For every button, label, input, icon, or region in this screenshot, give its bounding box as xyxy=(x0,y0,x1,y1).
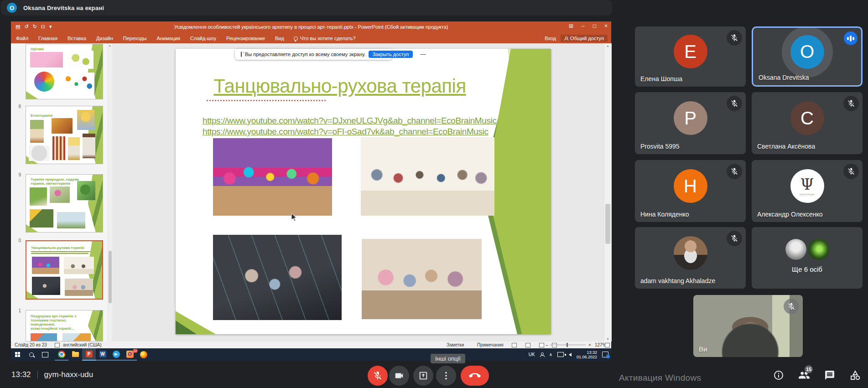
thumbnail-image xyxy=(30,187,47,206)
display-tray-icon[interactable] xyxy=(557,352,564,357)
tray-expand-icon[interactable]: ∧ xyxy=(549,352,552,357)
participants-button[interactable]: 15 xyxy=(798,369,810,381)
scroll-down-icon[interactable]: ▼ xyxy=(606,337,609,341)
sign-in-link[interactable]: Вход xyxy=(545,36,556,41)
taskbar-word[interactable]: W xyxy=(96,348,109,361)
leave-call-button[interactable] xyxy=(461,366,489,386)
keyboard-language[interactable]: UK xyxy=(529,352,535,357)
taskbar-firefox[interactable] xyxy=(137,348,151,361)
self-view-tile[interactable]: Ви xyxy=(693,295,803,357)
participant-tile[interactable]: P Prosvita 5995 xyxy=(635,92,746,154)
tab-review[interactable]: Рецензирование xyxy=(221,33,270,43)
participant-tile[interactable]: E Елена Шопша xyxy=(635,26,746,87)
scroll-up-icon[interactable]: ▲ xyxy=(606,44,609,47)
participant-name: Ви xyxy=(699,345,707,353)
people-tray-icon[interactable] xyxy=(540,352,544,357)
reading-view-icon[interactable] xyxy=(539,343,544,347)
tab-insert[interactable]: Вставка xyxy=(62,33,91,43)
taskbar-viber[interactable]: 32 xyxy=(123,348,137,361)
thumbnail-image xyxy=(68,137,80,160)
scrollbar-thumb[interactable] xyxy=(605,204,610,244)
thumbnail-image xyxy=(64,257,94,274)
participant-tile-speaking[interactable]: O Oksana Drevitska xyxy=(752,26,863,87)
taskbar-search-button[interactable] xyxy=(25,348,38,361)
psi-logo-caption: psychologist xyxy=(800,193,815,196)
participant-tile-overflow[interactable]: Ще 6 осіб xyxy=(752,227,863,289)
share-button[interactable]: Общий доступ xyxy=(561,35,608,42)
youtube-link-1[interactable]: https://www.youtube.com/watch?v=DJxneULG… xyxy=(203,116,504,126)
taskbar-powerpoint-active[interactable]: P xyxy=(82,348,96,361)
participant-tile[interactable]: adam vakhtang Akhaladze xyxy=(635,227,746,289)
tab-animations[interactable]: Анимация xyxy=(151,33,185,43)
zoom-in-icon[interactable]: + xyxy=(588,342,591,347)
mic-off-icon xyxy=(784,299,799,314)
participant-tile[interactable]: Ψ psychologist Александр Олексенко xyxy=(752,160,863,222)
slideshow-view-icon[interactable] xyxy=(552,343,557,347)
zoom-slider[interactable] xyxy=(550,345,586,345)
editor-scrollbar[interactable]: ▲ ▼ xyxy=(604,43,612,341)
speaker-tray-icon[interactable] xyxy=(569,353,572,357)
tab-file[interactable]: Файл xyxy=(11,33,33,43)
chat-button[interactable] xyxy=(824,369,836,381)
present-button[interactable] xyxy=(413,366,433,386)
meeting-details-button[interactable] xyxy=(773,369,785,381)
zoom-slider-thumb[interactable] xyxy=(567,343,568,347)
thumbnail-image xyxy=(52,136,65,160)
start-button[interactable] xyxy=(11,348,25,361)
taskbar-clock[interactable]: 13:32 01.06.2022 xyxy=(577,350,597,359)
scroll-up-icon[interactable]: ▲ xyxy=(109,44,111,47)
tab-home[interactable]: Главная xyxy=(33,33,62,43)
slide-thumbnail-ethnotherapy[interactable]: Етнотерапія xyxy=(26,106,103,164)
avatar-photo xyxy=(674,236,707,270)
language-indicator[interactable]: английский (США) xyxy=(63,342,102,347)
more-options-button[interactable] xyxy=(436,366,456,386)
zoom-out-icon[interactable]: – xyxy=(546,342,548,347)
spellcheck-icon[interactable] xyxy=(55,343,60,347)
participant-tile[interactable]: C Светлана Аксёнова xyxy=(752,92,863,154)
photo-kids-dancing xyxy=(213,138,332,216)
activities-button[interactable] xyxy=(849,369,861,381)
fit-slide-icon[interactable] xyxy=(605,343,610,347)
slide-sorter-view-icon[interactable] xyxy=(525,343,530,347)
notes-toggle[interactable]: Заметки xyxy=(447,342,464,347)
word-icon: W xyxy=(99,351,106,357)
tab-slideshow[interactable]: Слайд-шоу xyxy=(185,33,221,43)
close-icon[interactable]: × xyxy=(604,23,608,29)
taskbar-chrome[interactable] xyxy=(55,348,68,361)
camera-toggle-button[interactable] xyxy=(389,366,409,386)
youtube-link-2[interactable]: https://www.youtube.com/watch?v=oFI-oSad… xyxy=(203,127,504,137)
participant-tile[interactable]: H Нина Коляденко xyxy=(635,160,746,222)
taskbar-explorer[interactable] xyxy=(68,348,82,361)
slide-canvas[interactable]: Танцювально-рухова терапія https://www.y… xyxy=(176,49,551,334)
presenter-initial: O xyxy=(10,5,14,11)
stop-sharing-button[interactable]: Закрыть доступ xyxy=(369,51,412,58)
normal-view-icon[interactable] xyxy=(512,343,517,347)
thumbnail-image xyxy=(77,110,94,130)
slide-thumbnail-dance-therapy-selected[interactable]: Танцювально-рухова терапія xyxy=(26,240,103,300)
meeting-code: gym-haxx-udu xyxy=(44,370,94,379)
thumbnail-number: 9 xyxy=(13,172,21,177)
avatar-initial: C xyxy=(800,108,814,129)
action-center-icon[interactable] xyxy=(602,352,608,357)
minimize-share-bar-icon[interactable]: — xyxy=(419,51,427,57)
maximize-icon[interactable]: □ xyxy=(593,23,596,29)
info-icon xyxy=(773,370,784,381)
thumbnail-link-line xyxy=(31,251,90,252)
ribbon-display-options-icon[interactable]: ⊞ xyxy=(569,23,573,29)
tell-me-box[interactable]: Что вы хотите сделать? xyxy=(289,36,360,41)
tab-transitions[interactable]: Переходы xyxy=(118,33,152,43)
slide-thumbnail-origami[interactable]: Орігамі xyxy=(26,44,103,99)
minimize-icon[interactable]: – xyxy=(582,23,585,29)
comments-toggle[interactable]: Примечания xyxy=(477,342,504,347)
photo-seniors-dancing xyxy=(362,239,482,319)
photo-floor-circle-group xyxy=(213,235,342,320)
scrollbar-thumb[interactable] xyxy=(109,251,112,303)
tab-view[interactable]: Вид xyxy=(270,33,289,43)
slide-thumbnail-gestalt[interactable]: Поєднуємо арт-терапію з техніками гештал… xyxy=(26,310,103,341)
mic-toggle-button-muted[interactable] xyxy=(368,366,388,386)
thumbnail-link-line xyxy=(31,253,88,254)
task-view-button[interactable] xyxy=(38,348,52,361)
tab-design[interactable]: Дизайн xyxy=(91,33,118,43)
taskbar-telegram[interactable] xyxy=(109,348,123,361)
slide-thumbnail-nature-therapy[interactable]: Терапія природою, садова терапія, квітко… xyxy=(26,174,103,233)
